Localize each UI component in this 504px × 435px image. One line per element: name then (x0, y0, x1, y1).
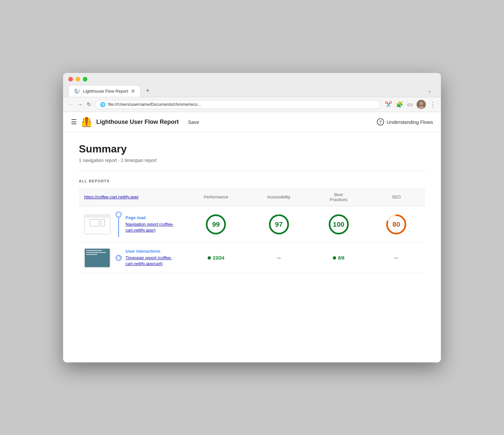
report-info-cell: Page load Navigation report (coffee-cart… (79, 206, 184, 242)
minimize-button[interactable] (76, 77, 80, 81)
traffic-lights (68, 77, 436, 81)
col-best-practices: BestPractices (310, 188, 368, 206)
ts-line-2 (86, 252, 106, 253)
tab-close-button[interactable]: ✕ (131, 88, 135, 94)
performance-badge-value: 23/24 (213, 255, 224, 261)
col-url[interactable]: https://coffee-cart.netlify.app/ (79, 188, 184, 206)
url-input[interactable]: 🌐 file:///Users/username/Documents/chrom… (95, 100, 381, 109)
new-tab-button[interactable]: + (142, 85, 153, 97)
thumb-devices (85, 219, 110, 226)
tab-list-button[interactable]: ⌄ (424, 85, 436, 96)
address-bar: ← → ↻ 🌐 file:///Users/username/Documents… (63, 97, 441, 112)
app-title: Lighthouse User Flow Report (96, 119, 179, 126)
menu-button[interactable]: ☰ (71, 118, 77, 126)
report-thumbnail-timespan (84, 248, 110, 268)
table-row: 🕐 User interactions Timespan report (cof… (79, 242, 425, 273)
mobile-icon (101, 219, 105, 226)
flow-indicator-timespan: 🕐 (116, 255, 122, 261)
col-performance: Performance (184, 188, 248, 206)
flow-circle-clock: 🕐 (116, 255, 122, 261)
col-accessibility: Accessibility (248, 188, 310, 206)
forward-button[interactable]: → (78, 102, 83, 107)
understanding-flows-label: Understanding Flows (387, 119, 433, 125)
nav-thumbnail-mockup (85, 215, 110, 234)
tab-favicon: 🦭 (74, 88, 80, 94)
col-seo: SEO (367, 188, 425, 206)
ts-line-1 (86, 250, 102, 251)
best-practices-score-value: 100 (333, 220, 344, 228)
page-title: Summary (79, 143, 425, 155)
reports-table: https://coffee-cart.netlify.app/ Perform… (79, 188, 425, 273)
ts-line-3 (86, 254, 97, 255)
desktop-icon (90, 219, 100, 226)
timespan-info-cell: 🕐 User interactions Timespan report (cof… (79, 242, 184, 273)
seo-dash: – (395, 254, 398, 261)
performance-score: 99 (205, 214, 226, 235)
timespan-report-text: User interactions Timespan report (coffe… (126, 249, 179, 267)
close-button[interactable] (68, 77, 73, 81)
save-button[interactable]: Save (188, 119, 199, 125)
scissors-icon[interactable]: ✂️ (385, 101, 392, 108)
reload-button[interactable]: ↻ (87, 101, 91, 107)
timespan-report-link[interactable]: Timespan report (coffee-cart.netlify.app… (126, 255, 179, 267)
table-row: Page load Navigation report (coffee-cart… (79, 206, 425, 242)
report-type-interactions: User interactions (126, 249, 179, 254)
timespan-performance-cell: 23/24 (184, 242, 248, 273)
tab-title: Lighthouse Flow Report (83, 89, 128, 94)
more-options-icon[interactable]: ⋮ (430, 101, 436, 108)
maximize-button[interactable] (83, 77, 87, 81)
seo-score-cell: 80 (367, 206, 425, 242)
understanding-flows-link[interactable]: ? Understanding Flows (377, 118, 433, 126)
back-button[interactable]: ← (68, 102, 74, 107)
seo-score-value: 80 (392, 220, 400, 228)
active-tab[interactable]: 🦭 Lighthouse Flow Report ✕ (68, 85, 141, 97)
timespan-seo-cell: – (367, 242, 425, 273)
flow-indicator (116, 212, 122, 237)
accessibility-dash: – (277, 254, 281, 261)
pass-dot-2 (333, 256, 336, 260)
avatar[interactable] (417, 100, 426, 109)
timespan-content (85, 249, 110, 257)
pass-dot (208, 256, 211, 260)
app-header: ☰ 🦺 Lighthouse User Flow Report Save ? U… (63, 112, 441, 132)
best-practices-score-cell: 100 (310, 206, 368, 242)
thumb-bar (85, 215, 110, 218)
flow-line (118, 218, 119, 237)
avatar-image (417, 100, 426, 109)
title-bar: 🦭 Lighthouse Flow Report ✕ + ⌄ (63, 73, 441, 97)
divider (79, 171, 425, 171)
table-header-row: https://coffee-cart.netlify.app/ Perform… (79, 188, 425, 206)
best-practices-badge-value: 8/8 (338, 255, 344, 261)
tab-bar: 🦭 Lighthouse Flow Report ✕ + ⌄ (68, 85, 436, 97)
seo-score: 80 (386, 214, 407, 235)
section-label: ALL REPORTS (79, 179, 425, 183)
timespan-accessibility-cell: – (248, 242, 310, 273)
split-view-icon[interactable]: ▭ (407, 101, 413, 108)
timespan-left-col: 🕐 User interactions Timespan report (cof… (84, 248, 179, 268)
lighthouse-logo: 🦺 (81, 117, 92, 127)
location-icon: 🌐 (100, 102, 105, 107)
flow-circle-nav (116, 212, 122, 218)
performance-pass-badge: 23/24 (208, 255, 224, 261)
navigation-report-link[interactable]: Navigation report (coffee-cart.netlify.a… (126, 221, 179, 233)
summary-subtitle: 1 navigation report · 1 timespan report (79, 158, 425, 163)
extensions-icon[interactable]: 🧩 (396, 101, 403, 108)
url-text: file:///Users/username/Documents/chrome/… (108, 102, 201, 107)
report-text: Page load Navigation report (coffee-cart… (126, 215, 179, 233)
best-practices-score: 100 (328, 214, 349, 235)
accessibility-score: 97 (268, 214, 289, 235)
report-type-pageload: Page load (126, 215, 179, 220)
accessibility-score-value: 97 (275, 220, 283, 228)
svg-point-1 (420, 102, 423, 105)
best-practices-pass-badge: 8/8 (333, 255, 344, 261)
help-icon: ? (377, 118, 384, 126)
timespan-thumbnail-mockup (85, 249, 110, 267)
url-link[interactable]: https://coffee-cart.netlify.app/ (84, 195, 139, 199)
performance-score-value: 99 (212, 220, 220, 228)
accessibility-score-cell: 97 (248, 206, 310, 242)
performance-score-cell: 99 (184, 206, 248, 242)
report-left-col: Page load Navigation report (coffee-cart… (84, 212, 179, 237)
main-content: Summary 1 navigation report · 1 timespan… (63, 132, 441, 362)
report-thumbnail-nav (84, 215, 110, 234)
browser-window: 🦭 Lighthouse Flow Report ✕ + ⌄ ← → ↻ 🌐 f… (63, 73, 441, 362)
